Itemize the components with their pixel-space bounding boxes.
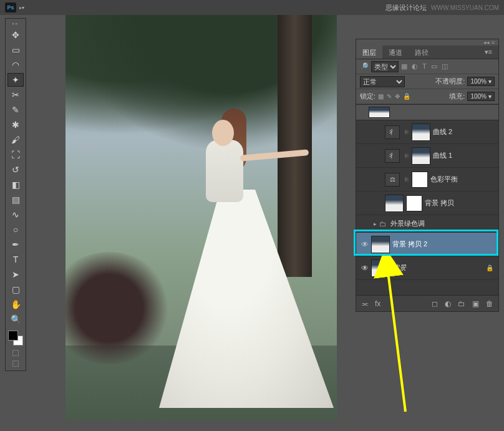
- blur-tool[interactable]: ∿: [7, 208, 24, 221]
- foreground-color-swatch[interactable]: [8, 331, 18, 341]
- layer-mask-thumb[interactable]: [412, 147, 430, 165]
- lock-transparency-icon[interactable]: ▩: [378, 93, 384, 100]
- layer-background[interactable]: 👁 背景 🔒: [356, 256, 498, 280]
- screen-mode-toggle[interactable]: [7, 359, 24, 368]
- composite-thumb: [369, 107, 390, 118]
- tab-paths[interactable]: 路径: [409, 46, 435, 59]
- layer-thumb[interactable]: [371, 236, 390, 253]
- path-selection-tool[interactable]: ➤: [7, 268, 24, 281]
- search-icon: 🔎: [360, 62, 369, 70]
- filter-shape-icon[interactable]: ▭: [431, 62, 437, 70]
- image-arm: [240, 149, 309, 162]
- new-layer-icon[interactable]: ▣: [472, 299, 479, 308]
- magic-wand-tool[interactable]: ✦: [7, 73, 24, 87]
- panel-flyout-icon[interactable]: ◂◂ ≡: [356, 39, 498, 46]
- layer-name[interactable]: 外景绿色调: [390, 219, 425, 228]
- curves-adj-icon: ⼻: [385, 125, 400, 139]
- layer-name[interactable]: 曲线 2: [433, 127, 452, 137]
- layer-mask-thumb[interactable]: [406, 195, 422, 211]
- group-collapse-icon[interactable]: ▸: [371, 221, 379, 227]
- new-group-icon[interactable]: 🗀: [458, 299, 465, 308]
- fill-label: 填充:: [449, 92, 465, 101]
- filter-type-icon[interactable]: T: [422, 62, 427, 70]
- brush-tool[interactable]: 🖌: [7, 133, 24, 147]
- color-balance-adj-icon: ⚖: [385, 173, 400, 186]
- layer-mask-thumb[interactable]: [412, 123, 430, 141]
- lock-pixels-icon[interactable]: ✎: [387, 93, 392, 100]
- filter-pixel-icon[interactable]: ▦: [401, 62, 407, 70]
- crop-tool[interactable]: ✂: [7, 88, 24, 102]
- layer-curves-1[interactable]: ⼻ ⎘ 曲线 1: [356, 144, 498, 168]
- layer-thumb[interactable]: [371, 259, 390, 277]
- document-canvas[interactable]: [65, 15, 337, 420]
- lock-icon: 🔒: [486, 264, 493, 271]
- layer-thumb[interactable]: [385, 195, 404, 212]
- tab-layers[interactable]: 图层: [356, 46, 382, 59]
- layer-fx-icon[interactable]: fx: [375, 299, 380, 308]
- delete-layer-icon[interactable]: 🗑: [486, 299, 493, 308]
- zoom-tool[interactable]: 🔍: [7, 312, 24, 326]
- clone-stamp-tool[interactable]: ⛶: [7, 148, 24, 162]
- quick-mask-toggle[interactable]: [7, 349, 24, 357]
- gradient-tool[interactable]: ▤: [7, 193, 24, 206]
- layer-name[interactable]: 色彩平衡: [430, 175, 458, 184]
- marquee-tool[interactable]: ▭: [7, 43, 24, 57]
- visibility-toggle[interactable]: 👁: [359, 240, 371, 249]
- filter-smart-icon[interactable]: ◫: [442, 62, 448, 70]
- color-swatches[interactable]: [7, 329, 24, 347]
- lock-all-icon[interactable]: 🔒: [403, 93, 410, 100]
- layer-color-balance[interactable]: ⚖ ⎘ 色彩平衡: [356, 168, 498, 191]
- type-tool[interactable]: T: [7, 253, 24, 266]
- layers-panel: ◂◂ ≡ 图层 通道 路径 ▾≡ 🔎 类型 ▦ ◐ T ▭ ◫ 正常 不透明度:…: [356, 39, 499, 312]
- dodge-tool[interactable]: ○: [7, 223, 24, 236]
- panel-menu-icon[interactable]: ▾≡: [478, 46, 498, 59]
- tab-channels[interactable]: 通道: [382, 46, 409, 59]
- eyedropper-tool[interactable]: ✎: [7, 103, 24, 117]
- watermark: 思缘设计论坛 WWW.MISSYUAN.COM: [385, 3, 499, 12]
- image-dress: [159, 190, 334, 408]
- folder-icon: 🗀: [379, 220, 390, 228]
- tools-panel: ▸▸ ✥ ▭ ◠ ✦ ✂ ✎ ✱ 🖌 ⛶ ↺ ◧ ▤ ∿ ○ ✒ T ➤ ▢ ✋…: [5, 18, 26, 371]
- link-layers-icon[interactable]: ⫘: [361, 299, 369, 308]
- menu-expand-icon[interactable]: ▸▾: [19, 5, 24, 11]
- rectangle-tool[interactable]: ▢: [7, 283, 24, 296]
- lasso-tool[interactable]: ◠: [7, 58, 24, 72]
- new-adjustment-icon[interactable]: ◐: [445, 299, 451, 308]
- add-mask-icon[interactable]: ◻: [432, 299, 438, 308]
- layer-name[interactable]: 背景 拷贝 2: [392, 240, 427, 249]
- layer-name[interactable]: 背景 拷贝: [425, 198, 454, 208]
- layer-mask-thumb[interactable]: [412, 172, 428, 188]
- layer-bg-copy[interactable]: 背景 拷贝: [356, 191, 498, 215]
- layer-filter-row: 🔎 类型 ▦ ◐ T ▭ ◫: [356, 59, 498, 74]
- fill-value[interactable]: 100%▾: [467, 92, 495, 101]
- image-head: [212, 120, 234, 146]
- link-icon: ⎘: [402, 129, 410, 135]
- watermark-en: WWW.MISSYUAN.COM: [431, 4, 499, 11]
- tools-handle[interactable]: ▸▸: [7, 21, 24, 26]
- layers-panel-footer: ⫘ fx ◻ ◐ 🗀 ▣ 🗑: [356, 295, 498, 311]
- opacity-label: 不透明度:: [435, 77, 465, 86]
- eraser-tool[interactable]: ◧: [7, 178, 24, 191]
- pen-tool[interactable]: ✒: [7, 238, 24, 251]
- blend-mode-select[interactable]: 正常: [360, 76, 405, 87]
- visibility-toggle[interactable]: 👁: [359, 264, 371, 273]
- lock-position-icon[interactable]: ✥: [395, 93, 400, 100]
- app-icon: Ps: [5, 2, 16, 12]
- layer-bg-copy-2[interactable]: 👁 背景 拷贝 2: [356, 233, 498, 256]
- link-icon: ⎘: [402, 153, 410, 159]
- layer-group-greentone[interactable]: ▸ 🗀 外景绿色调: [356, 215, 498, 233]
- opacity-value[interactable]: 100%▾: [467, 77, 495, 86]
- filter-adjust-icon[interactable]: ◐: [412, 62, 418, 70]
- history-brush-tool[interactable]: ↺: [7, 163, 24, 177]
- layer-curves-2[interactable]: ⼻ ⎘ 曲线 2: [356, 120, 498, 144]
- layer-list: ⼻ ⎘ 曲线 2 ⼻ ⎘ 曲线 1 ⚖ ⎘ 色彩平衡 背景 拷贝: [356, 120, 498, 295]
- lock-label: 锁定:: [360, 92, 376, 101]
- layer-name[interactable]: 背景: [392, 263, 406, 273]
- hand-tool[interactable]: ✋: [7, 298, 24, 311]
- layer-name[interactable]: 曲线 1: [433, 151, 452, 160]
- curves-adj-icon: ⼻: [385, 149, 400, 163]
- healing-brush-tool[interactable]: ✱: [7, 118, 24, 132]
- filter-type-select[interactable]: 类型: [371, 61, 399, 72]
- image-figure: [159, 96, 315, 408]
- move-tool[interactable]: ✥: [7, 28, 24, 42]
